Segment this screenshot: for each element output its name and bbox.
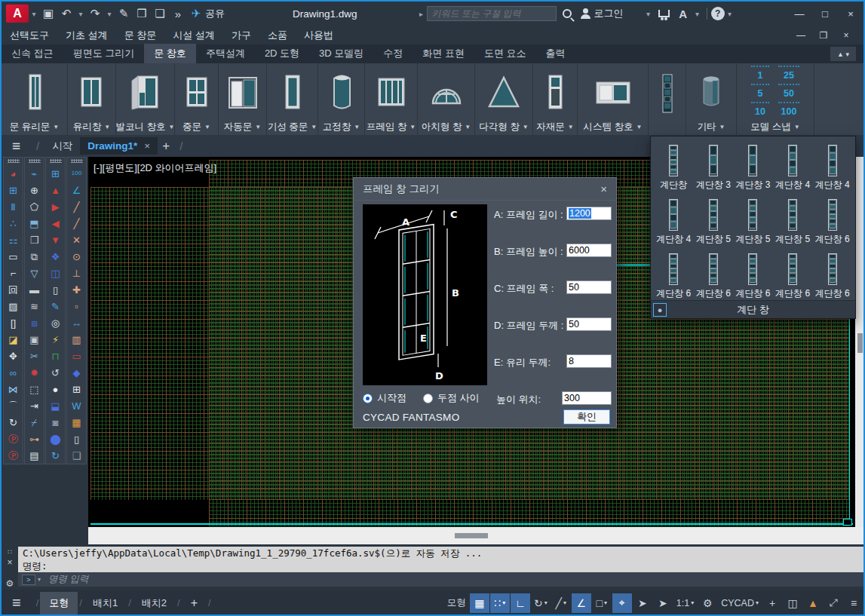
subtract-box-icon[interactable]: ⧈ bbox=[26, 314, 43, 331]
share-label[interactable]: 공유 bbox=[205, 7, 225, 20]
layout-tab-layout2[interactable]: 배치2 bbox=[133, 592, 176, 614]
orbit-icon[interactable]: ↺ bbox=[48, 364, 64, 381]
workspace-switcher[interactable]: CYCAD▾ bbox=[718, 593, 762, 613]
layout-tab-layout1[interactable]: 배치1 bbox=[84, 592, 127, 614]
frame-height-input[interactable] bbox=[566, 244, 612, 257]
redo-icon[interactable]: ↷ bbox=[86, 5, 104, 23]
app-store-cart-icon[interactable] bbox=[658, 10, 670, 17]
snap-value[interactable]: 100 bbox=[776, 100, 802, 118]
ribbon-collapse-button[interactable]: ▲ ▾ bbox=[830, 47, 856, 61]
plot-printer-icon[interactable]: ❑ bbox=[69, 447, 85, 464]
ribbon-tab-3d-modeling[interactable]: 3D 모델링 bbox=[309, 44, 373, 63]
gallery-item-stair-window[interactable]: 계단창 4 bbox=[654, 194, 694, 247]
command-history[interactable]: C:\Users\jeffy\AppData\Local\Temp\Drawin… bbox=[18, 547, 865, 572]
redo-caret-icon[interactable]: ▾ bbox=[104, 5, 115, 23]
vertical-scrollbar-thumb[interactable] bbox=[857, 333, 863, 353]
ribbon-panel-model-snap[interactable]: 1 25 5 50 10 100 모델 스냅▼ bbox=[737, 63, 814, 136]
toolbar-grip[interactable] bbox=[50, 159, 62, 163]
plot-icon[interactable]: ✎ bbox=[115, 5, 133, 23]
window-style-icon[interactable]: ⊞ bbox=[5, 182, 22, 198]
flyout-footer[interactable]: ● 계단 창 bbox=[651, 300, 855, 318]
column-section-icon[interactable]: Ⅱ bbox=[5, 198, 22, 215]
save-icon[interactable]: ▣ bbox=[39, 5, 57, 23]
snap-value[interactable]: 10 bbox=[749, 100, 771, 118]
dim-ruler-icon[interactable]: ▥ bbox=[69, 331, 85, 348]
viewport-controls-label[interactable]: [-][평면도][2D 와이어프레임] bbox=[94, 161, 216, 175]
new-file-icon[interactable]: ❏ bbox=[151, 5, 169, 23]
clip-boundary-icon[interactable]: ⬚ bbox=[26, 381, 43, 397]
cone-sphere-icon[interactable]: ▽ bbox=[26, 265, 43, 281]
wmf-export-icon[interactable]: W bbox=[69, 397, 85, 414]
ok-button[interactable]: 확인 bbox=[563, 409, 610, 424]
frame-length-input[interactable]: 1200 bbox=[566, 207, 612, 220]
angle-snap-icon[interactable]: ∠ bbox=[69, 182, 85, 198]
ribbon-item-etc[interactable]: 기타▼ bbox=[686, 63, 737, 136]
snap-value[interactable]: 1 bbox=[749, 64, 771, 82]
undo-icon[interactable]: ↶ bbox=[57, 5, 75, 23]
command-close-icon[interactable]: × bbox=[7, 557, 12, 568]
polar-tracking-toggle[interactable]: ↻▾ bbox=[531, 593, 551, 613]
logo-caret-icon[interactable]: ▾ bbox=[29, 5, 39, 23]
rectangle-icon[interactable]: ▭ bbox=[5, 248, 22, 265]
gallery-item-stair-window[interactable]: 계단창 bbox=[654, 139, 694, 192]
ribbon-item-glass-door[interactable]: 문 유리문▼ bbox=[2, 63, 68, 136]
grid-display-toggle[interactable]: ▦ bbox=[470, 593, 489, 613]
ribbon-tab-modify[interactable]: 수정 bbox=[373, 44, 413, 63]
snap-mode-toggle[interactable]: ∷▾ bbox=[490, 593, 510, 613]
render-presets-icon[interactable]: ◕ bbox=[5, 165, 22, 182]
ribbon-tab-door-window[interactable]: 문 창호 bbox=[144, 44, 196, 63]
stretch-up-icon[interactable]: ▲ bbox=[48, 182, 64, 198]
autosnap-marker-toggle[interactable]: ⌖ bbox=[612, 593, 632, 613]
vertical-scrollbar[interactable] bbox=[855, 157, 865, 527]
snap-value[interactable]: 5 bbox=[749, 82, 771, 100]
window-close-button[interactable]: × bbox=[838, 4, 863, 23]
ribbon-tab-drawing-elements[interactable]: 도면 요소 bbox=[474, 44, 536, 63]
glass-thickness-input[interactable] bbox=[566, 354, 612, 368]
extend-icon[interactable]: ⇥ bbox=[26, 397, 43, 414]
annotation-autoscale-toggle[interactable]: ➤ bbox=[653, 593, 673, 613]
ortho-mode-toggle[interactable]: ∟ bbox=[511, 593, 530, 613]
command-input-placeholder[interactable]: 명령 입력 bbox=[48, 573, 88, 586]
iso-cube-icon[interactable]: ◆ bbox=[69, 364, 85, 381]
isolate-objects-button[interactable]: ◫ bbox=[783, 593, 802, 613]
ribbon-item-arch-window[interactable]: 아치형 창▼ bbox=[418, 63, 475, 136]
store-caret-icon[interactable]: ▾ bbox=[692, 5, 703, 23]
corner-box-icon[interactable]: ❖ bbox=[48, 248, 64, 265]
menu-basic-design[interactable]: 기초 설계 bbox=[57, 29, 116, 42]
snap-value[interactable]: 50 bbox=[776, 82, 802, 100]
pdf-export-icon[interactable]: ⬓ bbox=[48, 397, 64, 414]
app-logo-icon[interactable]: A bbox=[6, 5, 29, 23]
clean-screen-button[interactable]: ⤢ bbox=[824, 593, 843, 613]
tab-start[interactable]: 시작 bbox=[44, 136, 80, 156]
gallery-item-stair-window[interactable]: 계단창 5 bbox=[733, 194, 773, 247]
menu-furniture[interactable]: 가구 bbox=[223, 29, 259, 42]
file-menu-icon[interactable]: ≡ bbox=[12, 138, 20, 155]
user-icon[interactable] bbox=[581, 8, 591, 19]
frame-thickness-input[interactable] bbox=[566, 317, 612, 331]
cylinder-box-icon[interactable]: ⬤ bbox=[48, 431, 64, 447]
gallery-item-stair-window[interactable]: 계단창 4 bbox=[773, 139, 813, 192]
bench-table-icon[interactable]: ⊓ bbox=[48, 348, 64, 364]
search-icon[interactable] bbox=[563, 9, 572, 18]
raster-image-icon[interactable]: ▦ bbox=[69, 414, 85, 431]
share-icon[interactable]: ✈ bbox=[187, 5, 205, 23]
gallery-item-stair-window[interactable]: 계단창 5 bbox=[773, 194, 813, 247]
named-plot-icon[interactable]: Ⓟ bbox=[5, 431, 22, 447]
intersection-snap-icon[interactable]: ✕ bbox=[69, 231, 85, 248]
login-label[interactable]: 로그인 bbox=[594, 7, 624, 20]
ribbon-item-frame-window[interactable]: 프레임 창▼ bbox=[365, 63, 418, 136]
customization-button[interactable]: + bbox=[762, 593, 782, 613]
endpoint-snap-icon[interactable]: ╱ bbox=[69, 198, 85, 215]
hatch-box-icon[interactable]: ▨ bbox=[5, 298, 22, 314]
gallery-item-stair-window[interactable]: 계단창 4 bbox=[812, 139, 852, 192]
toolbar-grip[interactable] bbox=[8, 159, 20, 163]
more-tools-icon[interactable]: » bbox=[169, 5, 187, 23]
dark-window-icon[interactable]: ⊞ bbox=[69, 381, 85, 397]
tab-drawing1[interactable]: Drawing1* × bbox=[80, 137, 158, 155]
stretch-left-icon[interactable]: ◀ bbox=[48, 215, 64, 231]
regen-icon[interactable]: ↻ bbox=[48, 447, 64, 464]
slab-icon[interactable]: ▬ bbox=[26, 281, 43, 298]
new-drawing-tab-button[interactable]: + bbox=[162, 139, 170, 154]
ribbon-tab-display[interactable]: 화면 표현 bbox=[413, 44, 474, 63]
union-stack-icon[interactable]: ≋ bbox=[26, 298, 43, 314]
